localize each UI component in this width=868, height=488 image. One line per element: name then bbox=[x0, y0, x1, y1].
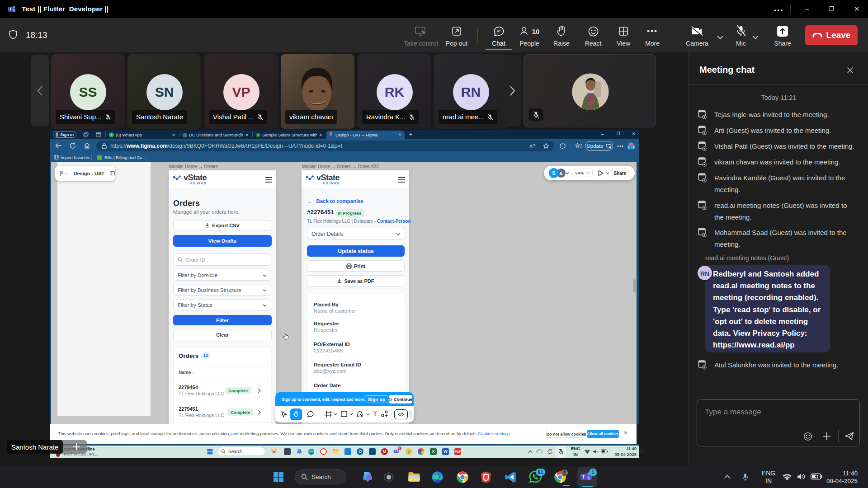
svg-text:T: T bbox=[9, 7, 12, 11]
svg-text:T: T bbox=[582, 474, 585, 479]
svg-text:T: T bbox=[395, 450, 396, 453]
